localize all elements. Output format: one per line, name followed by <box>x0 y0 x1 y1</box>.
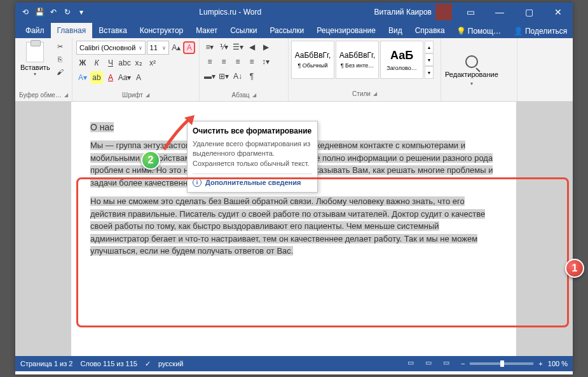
cut-button[interactable]: ✂ <box>54 41 67 52</box>
align-center-button[interactable]: ≡ <box>217 55 230 68</box>
font-name-select[interactable]: Calibri (Основной∨ <box>76 41 146 55</box>
strike-button[interactable]: abc <box>118 57 131 69</box>
group-clipboard: Вставить ▾ ✂ ⎘ 🖌 Буфер обме…◢ <box>15 38 72 101</box>
web-layout-button[interactable]: ▭ <box>443 359 456 369</box>
redo-icon[interactable]: ↻ <box>62 7 72 17</box>
line-spacing-button[interactable]: ↕▾ <box>259 55 272 68</box>
paste-icon <box>26 42 44 62</box>
grow-font-button[interactable]: A▴ <box>170 41 182 54</box>
tab-design[interactable]: Конструктор <box>133 23 189 38</box>
dialog-launcher-icon[interactable]: ◢ <box>64 92 68 98</box>
doc-heading[interactable]: О нас <box>90 122 114 132</box>
dialog-launcher-icon[interactable]: ◢ <box>252 92 256 98</box>
bold-button[interactable]: Ж <box>76 57 89 69</box>
paste-button[interactable]: Вставить ▾ <box>19 41 51 78</box>
print-layout-button[interactable]: ▭ <box>425 359 438 369</box>
clear-formatting-button[interactable]: A <box>183 41 195 54</box>
search-icon <box>465 55 478 68</box>
justify-button[interactable]: ≡ <box>245 55 258 68</box>
group-label: Шрифт <box>122 92 143 99</box>
tab-view[interactable]: Вид <box>382 23 409 38</box>
styles-up-button[interactable]: ▴ <box>425 41 434 53</box>
style-normal[interactable]: АаБбВвГг,¶ Обычный <box>291 41 334 79</box>
group-font: Calibri (Основной∨ 11∨ A▴ A Ж К Ч abc x₂… <box>72 38 200 101</box>
tab-references[interactable]: Ссылки <box>224 23 263 38</box>
close-button[interactable]: ✕ <box>544 3 573 22</box>
callout-1: 1 <box>565 259 584 278</box>
qat-customize-icon[interactable]: ▾ <box>76 7 86 17</box>
group-styles: АаБбВвГг,¶ Обычный АаБбВвГг,¶ Без инте… … <box>289 38 441 101</box>
callout-2: 2 <box>141 151 160 170</box>
share-button[interactable]: 👤 Поделиться <box>509 24 572 38</box>
sort-button[interactable]: A↓ <box>231 70 244 83</box>
user-name[interactable]: Виталий Каиров <box>374 8 432 17</box>
status-page[interactable]: Страница 1 из 2 <box>20 360 72 367</box>
screentip: Очистить все форматирование Удаление все… <box>187 121 318 193</box>
zoom-in-button[interactable]: + <box>538 360 542 367</box>
font-size-select[interactable]: 11∨ <box>147 41 170 55</box>
ribbon-options-icon[interactable]: ▭ <box>456 3 485 22</box>
doc-paragraph[interactable]: Но мы не сможем это сделать без Вашей об… <box>90 196 485 256</box>
annotation-arrow <box>158 111 202 158</box>
bullets-button[interactable]: ≡▾ <box>203 41 216 53</box>
underline-button[interactable]: Ч <box>104 57 117 69</box>
minimize-button[interactable]: — <box>485 3 514 22</box>
screentip-body: Удаление всего форматирования из выделен… <box>193 139 312 168</box>
status-language[interactable]: русский <box>158 360 183 367</box>
proofing-icon[interactable]: ✓ <box>145 360 151 368</box>
show-marks-button[interactable]: ¶ <box>245 70 258 83</box>
dialog-launcher-icon[interactable]: ◢ <box>373 91 377 97</box>
numbering-button[interactable]: ⅟▾ <box>217 41 230 53</box>
zoom-out-button[interactable]: − <box>461 360 465 367</box>
shading-button[interactable]: ▬▾ <box>203 70 216 83</box>
status-words[interactable]: Слово 115 из 115 <box>80 360 137 367</box>
read-mode-button[interactable]: ▭ <box>407 359 420 369</box>
tell-me-button[interactable]: 💡 Помощ… <box>451 24 506 38</box>
borders-button[interactable]: ⊞▾ <box>217 70 230 83</box>
window-title: Lumpics.ru - Word <box>86 8 374 17</box>
tab-review[interactable]: Рецензирование <box>310 23 382 38</box>
group-label: Буфер обме… <box>19 92 62 99</box>
maximize-button[interactable]: ▢ <box>514 3 544 22</box>
char-border-button[interactable]: A <box>132 71 145 84</box>
style-no-spacing[interactable]: АаБбВвГг,¶ Без инте… <box>336 41 379 79</box>
styles-more-button[interactable]: ▾ <box>425 66 434 79</box>
group-label: Абзац <box>231 92 249 99</box>
zoom-slider[interactable] <box>470 362 533 365</box>
status-bar: Страница 1 из 2 Слово 115 из 115 ✓ русск… <box>15 356 573 371</box>
format-painter-button[interactable]: 🖌 <box>54 66 67 78</box>
screentip-title: Очистить все форматирование <box>193 127 312 135</box>
autosave-icon[interactable]: ⟲ <box>20 7 31 17</box>
avatar[interactable] <box>435 4 452 20</box>
zoom-level[interactable]: 100 % <box>548 360 568 367</box>
undo-icon[interactable]: ↶ <box>48 7 58 17</box>
save-icon[interactable]: 💾 <box>34 7 44 17</box>
decrease-indent-button[interactable]: ◀ <box>245 41 258 53</box>
align-left-button[interactable]: ≡ <box>203 55 216 68</box>
dialog-launcher-icon[interactable]: ◢ <box>146 92 149 98</box>
group-label: Стили <box>352 90 371 97</box>
style-heading1[interactable]: АаБЗаголово… <box>380 41 423 79</box>
styles-down-button[interactable]: ▾ <box>425 53 434 66</box>
tab-mailings[interactable]: Рассылки <box>263 23 310 38</box>
tab-help[interactable]: Справка <box>409 23 451 38</box>
copy-button[interactable]: ⎘ <box>54 53 67 65</box>
tab-layout[interactable]: Макет <box>189 23 224 38</box>
font-color-button[interactable]: A <box>104 71 117 84</box>
titlebar: ⟲ 💾 ↶ ↻ ▾ Lumpics.ru - Word Виталий Каир… <box>15 3 573 22</box>
increase-indent-button[interactable]: ▶ <box>259 41 272 53</box>
editing-dropdown[interactable]: Редактирование ▾ <box>445 55 498 86</box>
tab-home[interactable]: Главная <box>51 23 93 38</box>
multilevel-button[interactable]: ☰▾ <box>231 41 244 53</box>
tab-file[interactable]: Файл <box>19 23 51 38</box>
screentip-help-link[interactable]: i Дополнительные сведения <box>193 174 312 187</box>
change-case-button[interactable]: Aa▾ <box>118 71 131 84</box>
tab-insert[interactable]: Вставка <box>92 23 133 38</box>
group-editing: Редактирование ▾ <box>441 38 517 101</box>
align-right-button[interactable]: ≡ <box>231 55 244 68</box>
subscript-button[interactable]: x₂ <box>132 57 145 69</box>
superscript-button[interactable]: x² <box>146 57 159 69</box>
italic-button[interactable]: К <box>90 57 103 69</box>
text-effects-button[interactable]: A▾ <box>76 71 89 84</box>
highlight-button[interactable]: ab <box>90 71 103 84</box>
